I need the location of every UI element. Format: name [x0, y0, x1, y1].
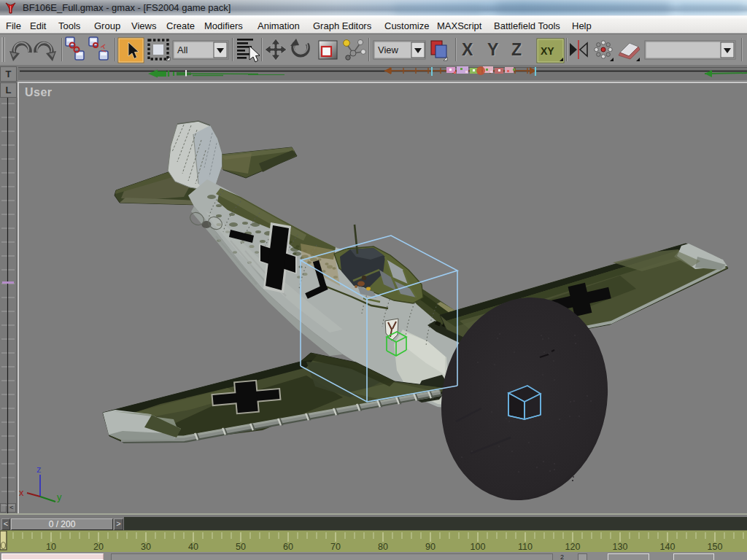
svg-text:120: 120 — [565, 542, 581, 552]
svg-text:Z: Z — [511, 40, 522, 59]
svg-text:80: 80 — [378, 542, 388, 552]
svg-text:x: x — [19, 487, 24, 498]
svg-text:130: 130 — [613, 542, 628, 552]
svg-text:20: 20 — [93, 542, 104, 552]
svg-text:View: View — [378, 44, 399, 55]
svg-text:40: 40 — [188, 542, 198, 552]
svg-text:y: y — [57, 491, 62, 502]
svg-text:150: 150 — [708, 542, 723, 552]
svg-text:z: z — [36, 464, 42, 475]
svg-text:X: X — [462, 40, 473, 59]
svg-text:50: 50 — [236, 542, 246, 552]
svg-text:140: 140 — [660, 542, 676, 552]
svg-text:110: 110 — [518, 542, 533, 552]
svg-text:Y: Y — [487, 40, 498, 59]
svg-text:10: 10 — [46, 542, 56, 552]
svg-text:100: 100 — [471, 542, 486, 552]
svg-text:70: 70 — [330, 542, 341, 552]
svg-text:30: 30 — [141, 542, 151, 552]
svg-text:XY: XY — [541, 45, 554, 57]
svg-text:90: 90 — [425, 542, 436, 552]
svg-text:60: 60 — [283, 542, 293, 552]
svg-text:All: All — [177, 44, 188, 55]
